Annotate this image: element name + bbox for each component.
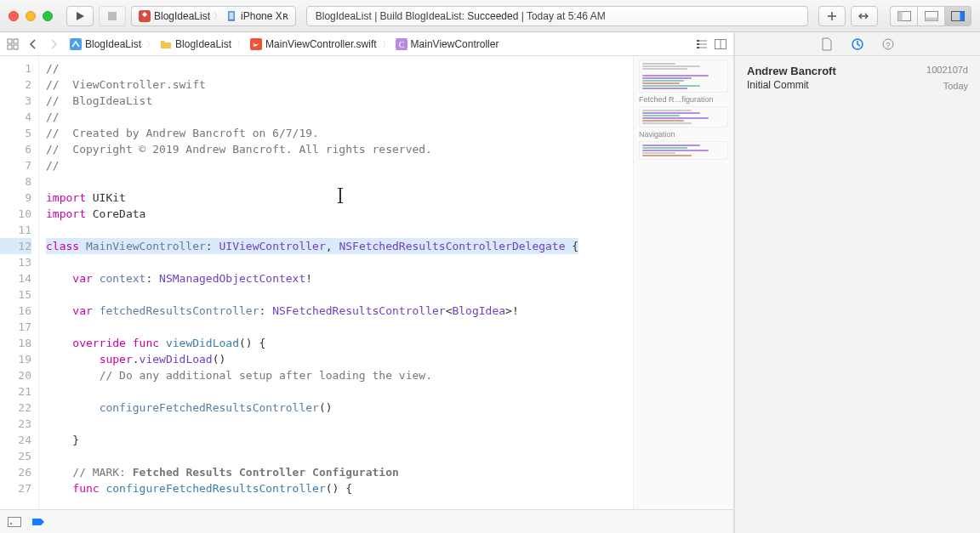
chevron-right-icon: 〉 <box>235 38 247 50</box>
breadcrumb-project[interactable]: BlogIdeaList <box>66 38 145 50</box>
forward-button[interactable] <box>46 37 61 52</box>
maximize-window[interactable] <box>43 11 53 21</box>
code-editor[interactable]: 1234567891011121314151617181920212223242… <box>0 56 633 509</box>
debug-console-button[interactable] <box>7 514 22 530</box>
back-button[interactable] <box>26 37 41 52</box>
svg-rect-7 <box>925 17 937 20</box>
breadcrumb-symbol[interactable]: C MainViewController <box>392 38 503 50</box>
file-inspector-tab[interactable] <box>819 37 835 52</box>
svg-rect-10 <box>8 39 12 43</box>
help-inspector-tab[interactable]: ? <box>880 37 896 52</box>
main-area: BlogIdeaList 〉 BlogIdeaList 〉 MainViewCo… <box>0 32 980 533</box>
toggle-left-panel[interactable] <box>890 6 917 26</box>
minimize-window[interactable] <box>26 11 36 21</box>
jump-bar: BlogIdeaList 〉 BlogIdeaList 〉 MainViewCo… <box>0 32 733 56</box>
svg-text:?: ? <box>886 41 890 49</box>
swift-file-icon <box>250 38 262 50</box>
items-list-button[interactable] <box>694 37 709 52</box>
scheme-selector[interactable]: BlogIdeaList 〉 iPhone Xʀ <box>131 6 296 26</box>
minimap-label-2: Navigation <box>639 130 728 139</box>
breadcrumb-folder[interactable]: BlogIdeaList <box>157 38 235 50</box>
toolbar: BlogIdeaList 〉 iPhone Xʀ BlogIdeaList | … <box>0 0 980 32</box>
close-window[interactable] <box>9 11 19 21</box>
status-text: BlogIdeaList | Build BlogIdeaList: Succe… <box>316 10 606 22</box>
toggle-bottom-panel[interactable] <box>917 6 944 26</box>
device-name: iPhone Xʀ <box>241 10 288 22</box>
adjust-editor-button[interactable] <box>713 37 728 52</box>
scheme-name: BlogIdeaList <box>154 10 210 22</box>
folder-icon <box>160 38 172 50</box>
svg-rect-14 <box>70 38 82 50</box>
line-gutter: 1234567891011121314151617181920212223242… <box>0 56 39 509</box>
commit-date: Today <box>943 81 968 91</box>
commit-hash: 1002107d <box>926 65 968 75</box>
svg-rect-8 <box>952 11 965 20</box>
inspector-tabs: ? <box>735 32 980 56</box>
status-bar[interactable]: BlogIdeaList | Build BlogIdeaList: Succe… <box>306 6 808 26</box>
minimap-section <box>639 106 728 128</box>
svg-rect-4 <box>897 11 910 20</box>
breakpoint-toggle[interactable] <box>31 514 46 530</box>
editor-column: BlogIdeaList 〉 BlogIdeaList 〉 MainViewCo… <box>0 32 734 533</box>
code-wrap: 1234567891011121314151617181920212223242… <box>0 56 733 509</box>
svg-rect-0 <box>108 12 117 20</box>
chevron-right-icon: 〉 <box>380 38 392 50</box>
code-review-button[interactable] <box>851 6 878 26</box>
svg-rect-12 <box>8 45 12 49</box>
stop-button[interactable] <box>99 6 126 26</box>
svg-rect-15 <box>250 38 262 50</box>
app-icon <box>139 10 151 22</box>
svg-rect-6 <box>925 11 937 20</box>
minimap-section <box>639 60 728 93</box>
commit-message: Initial Commit <box>747 79 809 91</box>
chevron-right-icon: 〉 <box>145 38 157 50</box>
window-controls <box>9 11 53 21</box>
toggle-right-panel[interactable] <box>944 6 971 26</box>
minimap-label-1: Fetched R…figuration <box>639 95 728 104</box>
run-button[interactable] <box>66 6 94 26</box>
class-icon: C <box>396 38 407 50</box>
svg-text:C: C <box>398 40 404 49</box>
history-inspector-tab[interactable] <box>850 37 865 52</box>
svg-rect-13 <box>14 45 18 49</box>
inspector-panel: ? Andrew Bancroft 1002107d Initial Commi… <box>734 32 980 533</box>
text-cursor-icon <box>339 189 341 202</box>
add-button[interactable] <box>818 6 846 26</box>
svg-rect-11 <box>14 39 18 43</box>
minimap[interactable]: Fetched R…figuration Navigation <box>633 56 733 509</box>
panel-toggles <box>890 6 971 26</box>
commit-entry[interactable]: Andrew Bancroft 1002107d Initial Commit … <box>735 56 980 96</box>
commit-author: Andrew Bancroft <box>747 65 836 77</box>
svg-rect-3 <box>230 12 234 19</box>
related-items-button[interactable] <box>5 37 20 52</box>
code-lines: //// ViewController.swift// BlogIdeaList… <box>39 56 578 509</box>
device-icon <box>225 10 237 22</box>
chevron-right-icon: 〉 <box>214 10 222 22</box>
breadcrumb: BlogIdeaList 〉 BlogIdeaList 〉 MainViewCo… <box>66 38 689 50</box>
minimap-section <box>639 141 728 160</box>
project-icon <box>70 38 82 50</box>
svg-rect-20 <box>9 517 21 526</box>
bottom-bar <box>0 509 733 533</box>
svg-rect-5 <box>897 11 902 20</box>
svg-rect-9 <box>960 11 965 20</box>
breadcrumb-file[interactable]: MainViewController.swift <box>247 38 380 50</box>
